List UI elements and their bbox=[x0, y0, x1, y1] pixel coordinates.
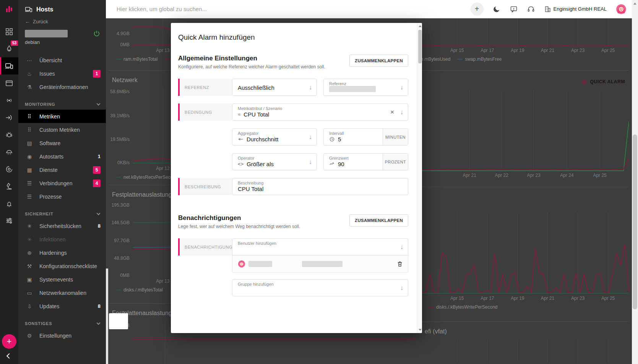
organization-switcher[interactable]: Enginsight GmbH REAL bbox=[544, 6, 607, 13]
discovery-broadcast-icon[interactable] bbox=[0, 92, 18, 109]
sidebar-item-issues[interactable]: ♨Issues1 bbox=[18, 67, 106, 80]
legend-label: disks./.mBytesTotal bbox=[123, 287, 163, 293]
enginsight-logo-icon[interactable] bbox=[0, 0, 18, 18]
sidebar-item-übersicht[interactable]: ⋯Übersicht bbox=[18, 53, 106, 67]
collapse-sidebar-icon[interactable] bbox=[6, 353, 12, 359]
remote-access-icon[interactable] bbox=[0, 109, 18, 126]
modal-scrollbar[interactable] bbox=[417, 23, 422, 333]
sidebar-item-systemevents[interactable]: ▣Systemevents bbox=[18, 273, 106, 286]
sidebar-item-infektionen[interactable]: ✳Infektionen bbox=[18, 233, 106, 246]
referenz-select[interactable]: Referenz ↓ bbox=[323, 79, 408, 96]
x-tick-label: Apr 25 bbox=[601, 48, 615, 53]
scroll-down-icon[interactable] bbox=[419, 329, 422, 331]
collapse-notifications-button[interactable]: ZUSAMMENKLAPPEN bbox=[349, 214, 408, 226]
modal-scrollbar-thumb[interactable] bbox=[418, 30, 422, 63]
page-scrollbar-thumb[interactable] bbox=[633, 134, 637, 309]
quick-alarm-button[interactable]: QUICK ALARM bbox=[582, 79, 625, 84]
add-user-select[interactable]: Benutzer hinzufügen ↓ bbox=[232, 238, 408, 256]
sidebar-item-custom-metriken[interactable]: ⠿Custom Metriken bbox=[18, 123, 106, 136]
x-tick-label: Apr 23 bbox=[527, 173, 541, 178]
legend-item: swap.mBytesFree bbox=[457, 57, 502, 62]
page-scrollbar[interactable] bbox=[632, 0, 638, 364]
global-search-input[interactable] bbox=[116, 5, 330, 13]
x-axis-labels: Apr 21Apr 22Apr 23Apr 24Apr 25 bbox=[422, 171, 629, 178]
sidebar-item-dienste[interactable]: ▦Dienste5 bbox=[18, 163, 106, 176]
nav-scrollbar[interactable] bbox=[106, 269, 108, 364]
nav-section-header-monitoring[interactable]: MONITORING bbox=[25, 102, 100, 107]
quick-add-button[interactable]: + bbox=[471, 3, 484, 16]
back-button[interactable]: ← Zurück bbox=[18, 13, 106, 24]
sidebar-item-prozesse[interactable]: ☰Prozesse bbox=[18, 190, 106, 203]
x-tick-label: Apr 25 bbox=[593, 173, 606, 178]
x-tick-label: Apr 23 bbox=[571, 48, 584, 53]
chart-svg bbox=[422, 212, 629, 294]
sidebar-item-geräteinformationen[interactable]: ⚗Geräteinformationen bbox=[18, 80, 106, 94]
sidebar-item-hardenings[interactable]: ⊕Hardenings bbox=[18, 246, 106, 259]
referenz-mode-select[interactable]: Ausschließlich ↓ bbox=[232, 79, 317, 96]
sidebar-item-autostarts[interactable]: ◉Autostarts1 bbox=[18, 150, 106, 163]
y-tick-label: 0KB/s bbox=[117, 160, 130, 165]
sidebar-item-label: Infektionen bbox=[39, 236, 101, 243]
host-os-label: debian bbox=[18, 37, 106, 45]
scroll-up-icon[interactable] bbox=[419, 25, 422, 27]
notifications-subtitle: Lege fest, wer auf welchem Weg benachric… bbox=[178, 224, 300, 229]
delete-user-icon[interactable] bbox=[396, 260, 403, 267]
section-header-label: SICHERHEIT bbox=[25, 212, 54, 216]
target-icon bbox=[582, 79, 587, 84]
sidebar-item-label: Prozesse bbox=[39, 194, 101, 200]
nav-section-header-sicherheit[interactable]: SICHERHEIT bbox=[25, 212, 100, 216]
sidebar-item-metriken[interactable]: ⠿Metriken bbox=[18, 110, 106, 123]
sidebar-item-updates[interactable]: ⇩Updates8 bbox=[18, 299, 106, 313]
sidebar-item-verbindungen[interactable]: ☰Verbindungen4 bbox=[18, 176, 106, 190]
bug-icon[interactable] bbox=[0, 126, 18, 143]
issues-flame-icon[interactable]: 53 bbox=[0, 40, 18, 57]
grenzwert-input[interactable]: Grenzwert 90 PROZENT bbox=[323, 153, 408, 170]
beschreibung-input[interactable]: Beschreibung CPU Total bbox=[232, 178, 408, 195]
metric-wave-icon: ≈ bbox=[238, 112, 240, 117]
nav-header: Hosts bbox=[18, 0, 106, 13]
chevron-down-icon: ↓ bbox=[400, 109, 403, 116]
sidebar-item-konfigurationscheckliste[interactable]: ⚒Konfigurationscheckliste bbox=[18, 259, 106, 273]
clear-metric-icon[interactable]: × bbox=[390, 108, 394, 116]
operator-select[interactable]: Operator <> Größer als ↓ bbox=[232, 153, 317, 170]
x-tick-label: Apr 19 bbox=[511, 48, 524, 53]
processes-icon: ☰ bbox=[25, 194, 34, 200]
badge: 1 bbox=[98, 154, 101, 159]
observations-spiral-icon[interactable] bbox=[0, 160, 18, 178]
metric-attribute-select[interactable]: Metrikattribut / Szenario ≈ CPU Total × … bbox=[232, 104, 408, 121]
badge: 8 bbox=[98, 303, 101, 309]
pentest-hat-icon[interactable] bbox=[0, 143, 18, 160]
collapse-general-button[interactable]: ZUSAMMENKLAPPEN bbox=[349, 55, 408, 67]
x-tick-label: Apr 13 bbox=[156, 278, 169, 284]
x-tick-label: Apr 23 bbox=[571, 296, 584, 301]
intervall-input[interactable]: Intervall 5 MINUTEN bbox=[323, 128, 408, 146]
sidebar-item-einstellungen[interactable]: ⚙Einstellungen bbox=[18, 329, 106, 342]
x-tick-label: Apr 21 bbox=[541, 48, 554, 53]
aggregator-select[interactable]: Aggregator Durchschnitt ↓ bbox=[232, 128, 317, 146]
microscope-icon[interactable] bbox=[0, 178, 18, 195]
sidebar-item-software[interactable]: ▤Software bbox=[18, 136, 106, 150]
add-fab-button[interactable]: + bbox=[2, 334, 16, 349]
dark-mode-moon-icon[interactable] bbox=[493, 5, 501, 13]
dashboard-grid-icon[interactable] bbox=[0, 23, 18, 40]
user-avatar[interactable] bbox=[616, 4, 627, 15]
sidebar-item-label: Software bbox=[39, 140, 101, 146]
chart-svg bbox=[422, 340, 629, 362]
settings-sliders-icon[interactable] bbox=[0, 212, 18, 229]
sidebar-item-netzwerkanomalien[interactable]: ▭Netzwerkanomalien bbox=[18, 286, 106, 299]
feedback-icon[interactable] bbox=[510, 5, 518, 13]
hosts-devices-icon[interactable] bbox=[0, 57, 18, 74]
power-status-icon[interactable] bbox=[93, 30, 101, 37]
add-group-select[interactable]: Gruppe hinzufügen ↓ bbox=[232, 279, 408, 296]
scroll-up-icon[interactable] bbox=[633, 3, 636, 5]
applications-window-icon[interactable] bbox=[0, 74, 18, 92]
sidebar-item-sicherheitslücken[interactable]: ✳Sicherheitslücken8 bbox=[18, 219, 106, 233]
alarms-bell-icon[interactable] bbox=[0, 195, 18, 212]
legend-item: ram.mBytesTotal bbox=[116, 57, 157, 62]
x-tick-label: Apr 17 bbox=[481, 48, 494, 53]
nav-section-header-sonstiges[interactable]: SONSTIGES bbox=[25, 321, 100, 326]
support-headset-icon[interactable] bbox=[527, 5, 535, 13]
chevron-down-icon: ↓ bbox=[400, 244, 403, 251]
legend-item: swap.mBytesUsed bbox=[422, 57, 450, 62]
notification-user-row bbox=[232, 256, 408, 273]
